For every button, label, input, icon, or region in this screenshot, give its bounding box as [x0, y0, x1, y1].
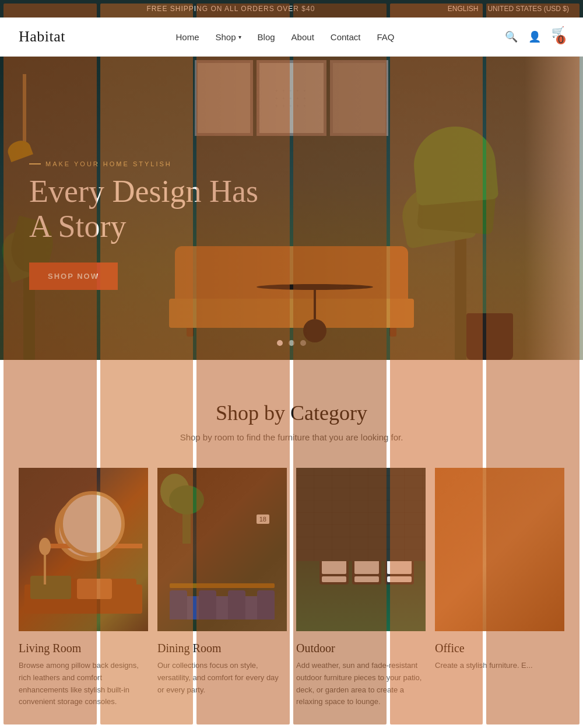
cart-badge: 0	[556, 35, 566, 44]
nav-home[interactable]: Home	[176, 32, 199, 42]
main-nav: Home Shop ▾ Blog About Contact FAQ	[176, 32, 395, 42]
category-section: Shop by Category Shop by room to find th…	[0, 360, 583, 728]
site-logo[interactable]: Habitat	[19, 28, 65, 46]
cart-icon[interactable]: 🛒 0	[552, 26, 564, 48]
nav-shop[interactable]: Shop ▾	[216, 32, 241, 42]
nav-contact[interactable]: Contact	[331, 32, 361, 42]
nav-faq[interactable]: FAQ	[377, 32, 395, 42]
header-icons: 🔍 👤 🛒 0	[505, 26, 564, 48]
category-card-office[interactable]: Office Create a stylish furniture. E...	[435, 468, 564, 713]
search-icon[interactable]: 🔍	[505, 30, 518, 43]
nav-blog[interactable]: Blog	[258, 32, 275, 42]
account-icon[interactable]: 👤	[528, 30, 541, 43]
nav-about[interactable]: About	[292, 32, 314, 42]
category-image-office	[435, 468, 564, 631]
header: Habitat Home Shop ▾ Blog About Contact F…	[0, 18, 583, 57]
category-grid: Living Room Browse among pillow back des…	[19, 468, 564, 713]
shop-dropdown-icon: ▾	[238, 34, 241, 40]
